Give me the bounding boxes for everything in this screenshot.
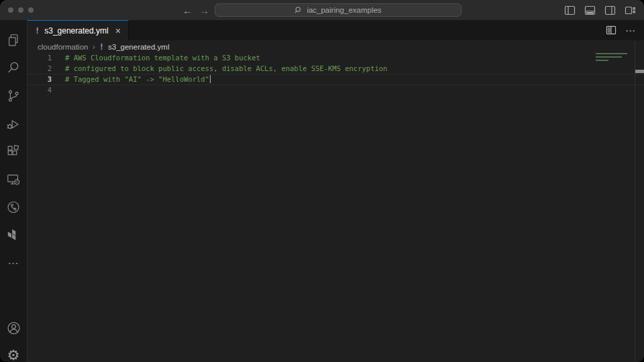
forward-icon[interactable]: → (199, 5, 209, 16)
zoom-window-button[interactable] (28, 7, 34, 13)
accounts-icon[interactable] (0, 314, 27, 341)
toggle-secondary-sidebar-icon[interactable] (604, 5, 616, 16)
editor-actions-more-icon[interactable]: ⋯ (625, 25, 636, 36)
explorer-icon[interactable] (0, 27, 27, 54)
additional-views-icon[interactable]: ⋯ (0, 249, 27, 276)
minimap-line (596, 60, 608, 61)
back-icon[interactable]: ← (182, 5, 193, 16)
line-number: 1 (28, 53, 52, 64)
chevron-right-icon: › (92, 42, 95, 52)
customize-layout-icon[interactable] (625, 5, 636, 16)
text-cursor (210, 75, 211, 83)
line-number: 2 (28, 64, 52, 74)
yaml-file-icon: ! (99, 42, 104, 52)
command-center-text: iac_pairing_examples (307, 6, 381, 14)
toggle-primary-sidebar-icon[interactable] (564, 5, 576, 16)
split-editor-icon[interactable] (606, 25, 616, 36)
search-sidebar-icon[interactable] (0, 54, 27, 81)
title-bar: ← → iac_pairing_examples (0, 0, 644, 20)
minimap-line (596, 53, 627, 54)
line-text: # Tagged with "AI" -> "HelloWorld" (52, 74, 209, 85)
code-line-2[interactable]: 2 # configured to block public access, d… (28, 64, 644, 74)
scrollbar-thumb[interactable] (635, 70, 644, 73)
remote-explorer-icon[interactable] (0, 166, 27, 193)
line-text: # configured to block public access, dis… (52, 64, 387, 74)
extensions-icon[interactable] (0, 138, 27, 165)
window-controls (8, 7, 34, 13)
close-window-button[interactable] (8, 7, 13, 13)
minimize-window-button[interactable] (18, 7, 23, 13)
overview-ruler (635, 42, 635, 362)
line-number: 3 (28, 74, 52, 85)
code-editor[interactable]: 1 # AWS Cloudformation template with a S… (28, 53, 644, 95)
source-control-icon[interactable] (0, 82, 27, 109)
toggle-panel-icon[interactable] (584, 5, 596, 16)
line-text: # AWS Cloudformation template with a S3 … (52, 53, 260, 64)
line-number: 4 (28, 85, 52, 96)
editor-group: ! s3_generated.yml × ⋯ cloudformation › … (28, 20, 644, 362)
close-tab-icon[interactable]: × (115, 26, 121, 36)
breadcrumb-folder[interactable]: cloudformation (38, 43, 88, 51)
terraform-icon[interactable] (0, 222, 27, 249)
breadcrumb: cloudformation › ! s3_generated.yml (28, 40, 644, 53)
code-line-1[interactable]: 1 # AWS Cloudformation template with a S… (28, 53, 644, 64)
command-center-search[interactable]: iac_pairing_examples (215, 3, 462, 17)
code-line-4[interactable]: 4 (28, 85, 644, 96)
run-debug-icon[interactable] (0, 111, 27, 137)
tab-s3-generated-yml[interactable]: ! s3_generated.yml × (28, 20, 129, 40)
activity-bar: ⋯ ⚙ (0, 20, 28, 362)
search-icon (294, 6, 303, 14)
tab-bar: ! s3_generated.yml × ⋯ (28, 20, 644, 40)
tab-label: s3_generated.yml (44, 26, 108, 36)
gitlens-icon[interactable] (0, 194, 27, 221)
vscode-window: ← → iac_pairing_examples (0, 0, 644, 362)
yaml-file-icon: ! (35, 26, 40, 36)
settings-gear-icon[interactable]: ⚙ (0, 342, 27, 362)
code-line-3-active[interactable]: 3 # Tagged with "AI" -> "HelloWorld" (28, 74, 644, 85)
minimap-line (596, 56, 622, 58)
breadcrumb-file[interactable]: s3_generated.yml (108, 43, 169, 51)
